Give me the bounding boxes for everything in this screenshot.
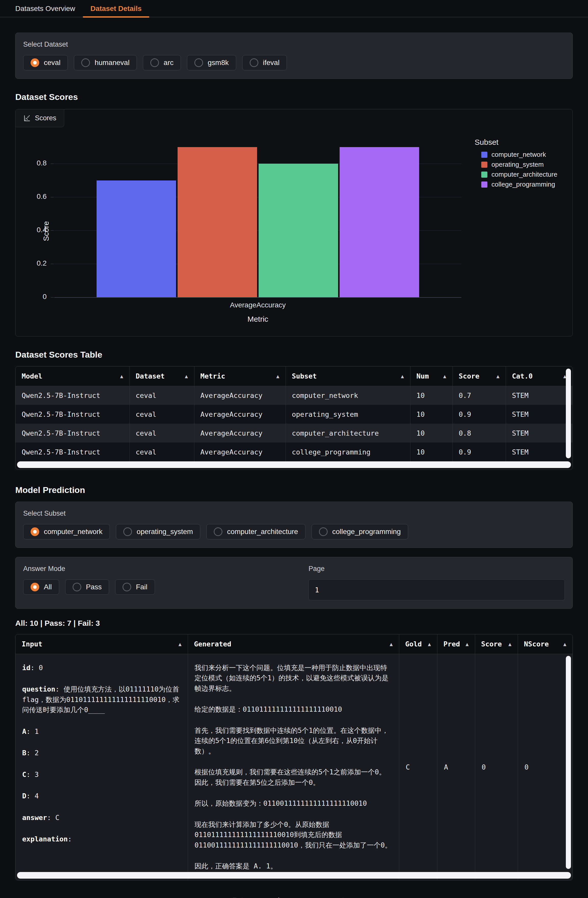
sort-asc-icon: ▲ bbox=[401, 373, 404, 379]
answer-mode-options: All Pass Fail bbox=[23, 580, 293, 595]
col-header-input[interactable]: Input▲ bbox=[15, 634, 188, 654]
legend-item-operating_system: operating_system bbox=[481, 161, 557, 169]
radio-unselected-icon bbox=[81, 58, 90, 67]
col-header-generated[interactable]: Generated▲ bbox=[188, 634, 399, 654]
cell-subset: operating_system bbox=[286, 405, 410, 424]
radio-unselected-icon bbox=[123, 527, 132, 536]
col-header-dataset[interactable]: Dataset▲ bbox=[129, 366, 194, 386]
x-axis-line bbox=[54, 297, 461, 298]
cell-score: 0.7 bbox=[453, 386, 506, 405]
cell-cat0: STEM bbox=[506, 424, 573, 443]
legend-swatch-icon bbox=[481, 181, 487, 188]
col-header-metric[interactable]: Metric▲ bbox=[194, 366, 286, 386]
col-header-gold[interactable]: Gold▲ bbox=[399, 634, 437, 654]
sort-asc-icon: ▲ bbox=[390, 641, 393, 647]
bar-computer_network bbox=[97, 180, 176, 297]
answer-mode-label: Answer Mode bbox=[23, 565, 293, 573]
radio-selected-icon bbox=[31, 583, 39, 591]
y-tick-label: 0.4 bbox=[16, 226, 47, 234]
col-header-score[interactable]: Score▲ bbox=[475, 634, 518, 654]
col-label: Model bbox=[21, 372, 42, 380]
cell-input: id: 0 question: 使用位填充方法，以01111110为位首flag… bbox=[15, 654, 188, 880]
subset-option-computer-architecture[interactable]: computer_architecture bbox=[206, 524, 306, 539]
dataset-option-ceval[interactable]: ceval bbox=[23, 55, 68, 70]
cell-dataset: ceval bbox=[129, 386, 194, 405]
dataset-option-ifeval[interactable]: ifeval bbox=[242, 55, 287, 70]
vertical-scrollbar[interactable] bbox=[566, 369, 571, 458]
cell-cat0: STEM bbox=[506, 405, 573, 424]
answer-mode-option-fail[interactable]: Fail bbox=[115, 580, 155, 595]
legend-swatch-icon bbox=[481, 172, 487, 178]
dataset-option-arc[interactable]: arc bbox=[143, 55, 181, 70]
chart-body: Score AverageAccuracy Metric Subset comp… bbox=[15, 109, 573, 336]
col-header-model[interactable]: Model▲ bbox=[15, 366, 129, 386]
radio-unselected-icon bbox=[73, 583, 81, 591]
footer: 通过 API 使用 🔌 · 使用 Gradio 构建 bbox=[15, 897, 573, 898]
page-input[interactable] bbox=[309, 580, 565, 600]
built-with-gradio-link[interactable]: 使用 Gradio 构建 bbox=[294, 897, 358, 898]
input-kv-explanation: explanation: bbox=[22, 834, 181, 844]
answer-mode-option-label: Pass bbox=[86, 583, 102, 591]
subset-option-operating-system[interactable]: operating_system bbox=[116, 524, 200, 539]
col-header-score[interactable]: Score▲ bbox=[453, 366, 506, 386]
prediction-row: id: 0 question: 使用位填充方法，以01111110为位首flag… bbox=[15, 654, 573, 880]
answer-mode-option-all[interactable]: All bbox=[23, 580, 59, 595]
subset-option-college-programming[interactable]: college_programming bbox=[312, 524, 408, 539]
dataset-scores-heading: Dataset Scores bbox=[15, 92, 573, 102]
cell-generated: 我们来分析一下这个问题。位填充是一种用于防止数据中出现特定位模式（如连续的5个1… bbox=[188, 654, 399, 880]
table-row: Qwen2.5-7B-Instruct ceval AverageAccurac… bbox=[15, 405, 573, 424]
dataset-option-gsm8k[interactable]: gsm8k bbox=[187, 55, 236, 70]
vertical-scrollbar[interactable] bbox=[566, 656, 571, 869]
cell-model: Qwen2.5-7B-Instruct bbox=[15, 405, 129, 424]
cell-model: Qwen2.5-7B-Instruct bbox=[15, 424, 129, 443]
col-label: Gold bbox=[405, 640, 422, 648]
sort-asc-icon: ▲ bbox=[508, 641, 511, 647]
answer-mode-option-pass[interactable]: Pass bbox=[65, 580, 109, 595]
dataset-option-label: humaneval bbox=[95, 58, 129, 67]
generated-paragraph: 现在我们来计算添加了多少个0。从原始数据01101111111111111111… bbox=[195, 820, 392, 850]
subset-option-computer-network[interactable]: computer_network bbox=[23, 524, 110, 539]
radio-selected-icon bbox=[31, 527, 39, 536]
scores-chart-panel: Scores Score AverageAccuracy Metric Subs… bbox=[15, 109, 573, 337]
generated-paragraph: 首先，我们需要找到数据中连续的5个1的位置。在这个数据中，连续的5个1的位置在第… bbox=[195, 726, 392, 757]
cell-metric: AverageAccuracy bbox=[194, 386, 286, 405]
input-kv-b: B: 2 bbox=[22, 748, 181, 758]
col-header-pred[interactable]: Pred▲ bbox=[437, 634, 475, 654]
model-prediction-heading: Model Prediction bbox=[15, 485, 573, 495]
col-label: Dataset bbox=[136, 372, 165, 380]
y-tick-label: 0.6 bbox=[16, 192, 47, 201]
select-dataset-card: Select Dataset ceval humaneval arc gsm8k… bbox=[15, 32, 573, 79]
sort-asc-icon: ▲ bbox=[276, 373, 279, 379]
table-row: Qwen2.5-7B-Instruct ceval AverageAccurac… bbox=[15, 424, 573, 443]
subset-option-label: operating_system bbox=[137, 527, 193, 536]
horizontal-scrollbar[interactable] bbox=[17, 872, 571, 879]
select-dataset-options: ceval humaneval arc gsm8k ifeval bbox=[23, 55, 565, 70]
answer-mode-option-label: Fail bbox=[136, 583, 147, 591]
legend-items: computer_networkoperating_systemcomputer… bbox=[474, 151, 557, 188]
tab-dataset-details[interactable]: Dataset Details bbox=[83, 1, 149, 17]
cell-score: 0 bbox=[475, 654, 518, 880]
horizontal-scrollbar[interactable] bbox=[17, 461, 571, 468]
col-header-nscore[interactable]: NScore▲ bbox=[518, 634, 573, 654]
cell-num: 10 bbox=[410, 405, 453, 424]
cell-dataset: ceval bbox=[129, 405, 194, 424]
dataset-scores-table: Model▲ Dataset▲ Metric▲ Subset▲ Num▲ Sco… bbox=[15, 366, 573, 470]
answer-mode-page-card: Answer Mode All Pass Fail Page bbox=[15, 557, 573, 609]
bar-college_programming bbox=[339, 147, 419, 297]
tab-datasets-overview[interactable]: Datasets Overview bbox=[8, 1, 83, 17]
use-via-api-link[interactable]: 通过 API 使用 🔌 bbox=[230, 897, 284, 898]
legend-label: college_programming bbox=[491, 180, 555, 188]
sort-asc-icon: ▲ bbox=[185, 373, 188, 379]
col-header-num[interactable]: Num▲ bbox=[410, 366, 453, 386]
cell-dataset: ceval bbox=[129, 443, 194, 461]
col-label: Subset bbox=[292, 372, 317, 380]
page-group: Page bbox=[309, 565, 565, 600]
radio-unselected-icon bbox=[194, 58, 203, 67]
col-header-cat0[interactable]: Cat.0▲ bbox=[506, 366, 573, 386]
col-header-subset[interactable]: Subset▲ bbox=[286, 366, 410, 386]
dataset-option-humaneval[interactable]: humaneval bbox=[74, 55, 137, 70]
col-label: Generated bbox=[194, 640, 231, 648]
generated-paragraph: 给定的数据是：011011111111111111110010 bbox=[195, 704, 392, 715]
sort-asc-icon: ▲ bbox=[178, 641, 181, 647]
cell-dataset: ceval bbox=[129, 424, 194, 443]
